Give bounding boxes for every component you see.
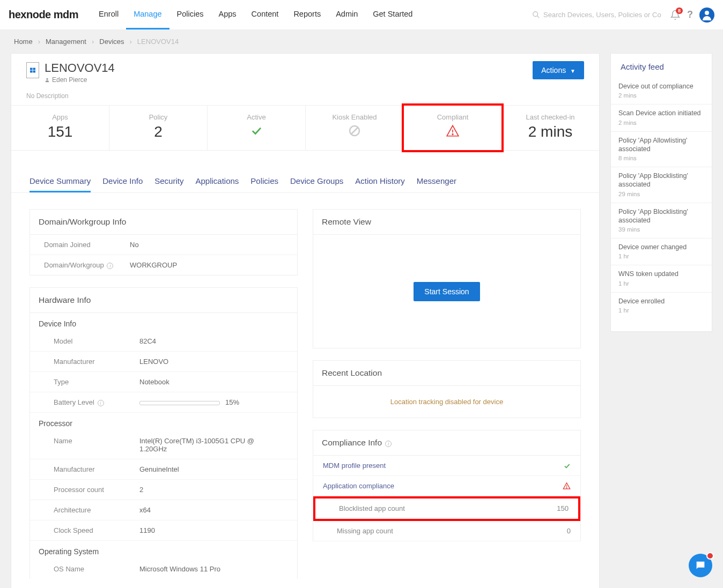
chat-badge (706, 552, 714, 560)
chevron-right-icon: › (130, 38, 132, 46)
chat-button[interactable] (689, 554, 712, 577)
tab-device-groups[interactable]: Device Groups (290, 176, 343, 192)
nav-get-started[interactable]: Get Started (365, 0, 420, 29)
nav-apps[interactable]: Apps (211, 0, 244, 29)
feed-time: 1 hr (618, 307, 704, 314)
feed-item[interactable]: Device out of compliance2 mins (611, 78, 712, 105)
stat-compliant-label: Compliant (408, 113, 497, 121)
nav-policies[interactable]: Policies (169, 0, 211, 29)
disabled-icon (310, 123, 399, 138)
activity-feed-title: Activity feed (611, 54, 712, 78)
feed-text: Policy 'App Allowlisting' associated (618, 136, 704, 154)
nav-content[interactable]: Content (244, 0, 286, 29)
breadcrumb-home[interactable]: Home (14, 38, 33, 46)
proc-mfr-val: GenuineIntel (139, 465, 283, 473)
nav-enroll[interactable]: Enroll (91, 0, 126, 29)
nav-reports[interactable]: Reports (286, 0, 328, 29)
feed-item[interactable]: Policy 'App Blocklisting' associated39 m… (611, 203, 712, 239)
feed-text: Policy 'App Blocklisting' associated (618, 207, 704, 225)
notifications-button[interactable]: 8 (670, 10, 681, 20)
location-title: Recent Location (313, 361, 580, 386)
tab-action-history[interactable]: Action History (355, 176, 405, 192)
proc-count-val: 2 (139, 486, 283, 494)
svg-point-0 (533, 12, 538, 17)
checkmark-icon (563, 462, 571, 470)
info-icon[interactable]: i (107, 263, 113, 269)
top-icons: 8 ? (670, 8, 714, 23)
breadcrumb: Home › Management › Devices › LENOVOV14 (0, 30, 723, 53)
model-val: 82C4 (139, 337, 283, 345)
breadcrumb-devices[interactable]: Devices (99, 38, 124, 46)
avatar-button[interactable] (699, 8, 714, 23)
stat-kiosk[interactable]: Kiosk Enabled (306, 106, 404, 150)
stats-row: Apps 151 Policy 2 Active Kiosk Enabled (11, 105, 599, 151)
compliance-title: Compliance Info i (313, 430, 580, 456)
activity-feed-panel: Activity feed Device out of compliance2 … (610, 53, 712, 332)
proc-clock-val: 1190 (139, 526, 283, 534)
nav-manage[interactable]: Manage (126, 0, 169, 29)
tab-security[interactable]: Security (154, 176, 183, 192)
compliance-info-panel: Compliance Info i MDM profile present Ap… (313, 430, 581, 541)
nav-admin[interactable]: Admin (328, 0, 365, 29)
warning-icon (408, 123, 497, 138)
search-input[interactable] (543, 11, 661, 19)
stat-apps-val: 151 (16, 123, 105, 140)
feed-text: WNS token updated (618, 270, 704, 278)
feed-item[interactable]: Device owner changed1 hr (611, 239, 712, 265)
stat-policy[interactable]: Policy 2 (109, 106, 208, 150)
breadcrumb-management[interactable]: Management (46, 38, 86, 46)
tab-policies[interactable]: Policies (250, 176, 278, 192)
app-compliance-label: Application compliance (323, 482, 394, 490)
feed-time: 2 mins (618, 92, 704, 99)
mdm-profile-row: MDM profile present (313, 456, 580, 476)
svg-rect-4 (33, 68, 36, 70)
search-wrap (532, 11, 661, 19)
svg-rect-5 (30, 71, 33, 73)
proc-mfr-label: Manufacturer (54, 465, 139, 473)
manufacturer-val: LENOVO (139, 358, 283, 366)
breadcrumb-current: LENOVOV14 (137, 38, 179, 46)
blocklisted-label: Blocklisted app count (339, 504, 405, 512)
feed-text: Device out of compliance (618, 82, 704, 91)
tab-device-summary[interactable]: Device Summary (29, 176, 91, 192)
start-session-button[interactable]: Start Session (414, 282, 479, 301)
stat-checked-in[interactable]: Last checked-in 2 mins (501, 106, 599, 150)
missing-app-label: Missing app count (337, 527, 393, 535)
device-card: LENOVOV14 Eden Pierce Actions ▼ No Descr… (11, 53, 600, 588)
stat-active[interactable]: Active (208, 106, 306, 150)
feed-item[interactable]: Policy 'App Blocklisting' associated29 m… (611, 167, 712, 203)
stat-compliant[interactable]: Compliant (402, 103, 504, 152)
stat-policy-val: 2 (114, 123, 203, 140)
battery-label: Battery Level i (54, 398, 139, 406)
domain-joined-val: No (130, 241, 283, 249)
info-icon[interactable]: i (385, 441, 392, 447)
battery-val: 15% (139, 398, 283, 406)
stat-apps[interactable]: Apps 151 (11, 106, 109, 150)
help-button[interactable]: ? (687, 9, 693, 20)
proc-clock-label: Clock Speed (54, 526, 139, 534)
feed-item[interactable]: WNS token updated1 hr (611, 265, 712, 292)
info-icon[interactable]: i (98, 400, 104, 406)
actions-button[interactable]: Actions ▼ (533, 61, 584, 79)
tab-messenger[interactable]: Messenger (417, 176, 456, 192)
warning-icon (563, 482, 571, 490)
tab-applications[interactable]: Applications (195, 176, 239, 192)
device-tabs: Device Summary Device Info Security Appl… (11, 167, 599, 193)
battery-pct: 15% (225, 398, 239, 406)
feed-item[interactable]: Policy 'App Allowlisting' associated8 mi… (611, 132, 712, 168)
stat-checked-val: 2 mins (506, 123, 595, 140)
tab-device-info[interactable]: Device Info (102, 176, 143, 192)
hardware-panel-title: Hardware Info (30, 288, 297, 313)
stat-active-label: Active (212, 113, 301, 121)
feed-item[interactable]: Device enrolled1 hr (611, 293, 712, 319)
domain-panel-title: Domain/Workgroup Info (30, 210, 297, 235)
feed-time: 39 mins (618, 226, 704, 233)
notification-badge: 8 (676, 8, 683, 14)
chevron-right-icon: › (92, 38, 94, 46)
feed-item[interactable]: Scan Device action initiated2 mins (611, 105, 712, 131)
feed-text: Device enrolled (618, 297, 704, 306)
manufacturer-label: Manufacturer (54, 358, 139, 366)
svg-rect-6 (33, 71, 36, 73)
feed-text: Scan Device action initiated (618, 109, 704, 117)
recent-location-panel: Recent Location Location tracking disabl… (313, 360, 581, 418)
